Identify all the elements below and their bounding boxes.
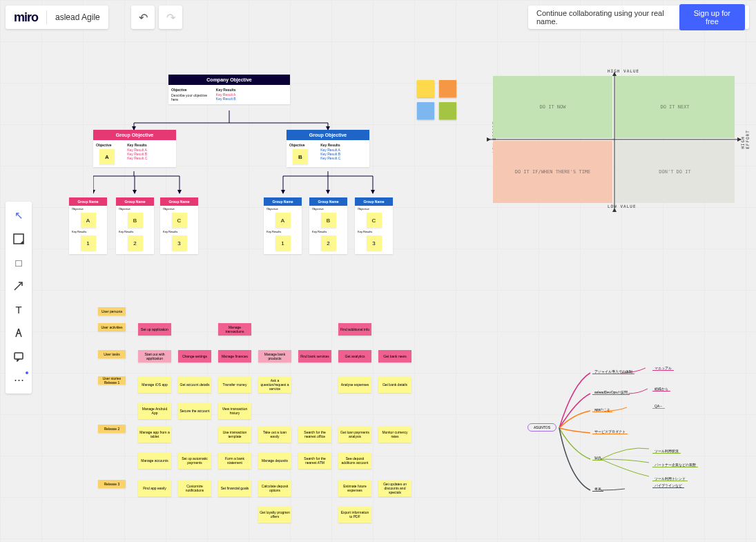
mindmap-root[interactable]: ASUNTOS <box>527 423 556 432</box>
story-task[interactable]: Start out with application <box>138 350 171 362</box>
story-row-label[interactable]: User persona <box>98 307 126 316</box>
child-num[interactable]: 3 <box>367 235 382 251</box>
group-name-card[interactable]: Group Name Objective A Key Results 1 <box>264 197 302 254</box>
story-activity[interactable]: Manage transactions <box>218 323 251 336</box>
group-name-card[interactable]: Group Name Objective A Key Results 1 <box>69 197 107 254</box>
story-card[interactable]: Use transaction template <box>218 426 251 443</box>
select-tool[interactable]: ↖ <box>9 206 28 225</box>
board-title[interactable]: aslead Agile <box>55 12 100 22</box>
mindmap-branch[interactable]: アジャイル導入での体制 <box>592 369 634 374</box>
priority-matrix[interactable]: HIGH VALUE LOW VALUE LOW EFFORT HIGH EFF… <box>490 72 735 204</box>
story-row-label[interactable]: User stories Release 1 <box>98 376 126 385</box>
story-card[interactable]: Find app easily <box>138 480 171 496</box>
story-row-label[interactable]: User activities <box>98 323 126 331</box>
story-task[interactable]: Find bank services <box>298 350 331 362</box>
sticker-yellow[interactable] <box>417 80 434 97</box>
story-card[interactable]: Calculate deposit options <box>258 480 291 496</box>
mindmap-branch[interactable]: 将来 <box>592 487 603 492</box>
story-card[interactable]: Get account details <box>178 376 211 393</box>
sticker-blue[interactable] <box>417 102 434 119</box>
group-name-card[interactable]: Group Name Objective B Key Results 2 <box>116 197 154 254</box>
story-card[interactable]: Manage deposits <box>258 452 291 469</box>
story-card[interactable]: Search for the nearest ATM <box>298 452 331 469</box>
mindmap-leaf[interactable]: ツール利用トレンド <box>652 476 688 481</box>
child-num[interactable]: 3 <box>172 235 187 251</box>
child-badge[interactable]: B <box>321 213 336 228</box>
story-card[interactable]: Get bank details <box>378 376 411 393</box>
more-tool[interactable]: ⋯ <box>9 370 28 389</box>
story-card[interactable]: View transaction history <box>218 403 251 419</box>
child-badge[interactable]: C <box>172 213 187 228</box>
story-card[interactable]: Form a bank statement <box>218 452 251 469</box>
story-card[interactable]: Ask a question/request a service <box>258 376 291 393</box>
group-name-card[interactable]: Group Name Objective C Key Results 3 <box>160 197 198 254</box>
story-card[interactable]: Manage accounts <box>138 452 171 469</box>
story-card[interactable]: Analyse expenses <box>338 376 371 393</box>
child-num[interactable]: 1 <box>81 235 96 251</box>
sticker-green[interactable] <box>439 102 456 119</box>
story-card[interactable]: Secure the account <box>178 403 211 419</box>
redo-button[interactable]: ↷ <box>159 6 182 29</box>
story-card[interactable]: Get loyalty program offers <box>258 506 291 523</box>
child-badge[interactable]: C <box>367 213 382 228</box>
story-card[interactable]: Set financial goals <box>218 480 251 496</box>
story-task[interactable]: Get analytics <box>338 350 371 362</box>
mindmap-leaf[interactable]: パートナー企業などの業態 <box>652 463 698 467</box>
child-badge[interactable]: B <box>128 213 143 228</box>
story-task[interactable]: Get bank news <box>378 350 411 362</box>
arrow-tool[interactable] <box>9 276 28 296</box>
story-card[interactable]: Monitor currency rates <box>378 426 411 443</box>
story-row-label[interactable]: User tasks <box>98 350 126 358</box>
badge-b[interactable]: B <box>293 149 308 164</box>
mindmap-branch[interactable]: asleadDevOpsの質問 <box>592 390 630 395</box>
pen-tool[interactable] <box>9 323 28 342</box>
story-card[interactable]: Customize notifications <box>178 480 211 496</box>
story-card[interactable]: Export information to PDF <box>338 506 371 523</box>
story-card[interactable]: Transfer money <box>218 376 251 393</box>
story-task[interactable]: Change settings <box>178 350 211 362</box>
mindmap-branch[interactable]: appのこと <box>592 407 612 412</box>
group-objective-b[interactable]: Group Objective Objective B Key Results … <box>287 130 369 167</box>
story-card[interactable]: Manage Android App <box>138 403 171 419</box>
story-activity[interactable]: Find additional info <box>338 323 371 336</box>
story-card[interactable]: Set up automatic payments <box>178 452 211 469</box>
story-card[interactable]: Manage iOS app <box>138 376 171 393</box>
story-row-label[interactable]: Release 3 <box>98 480 126 488</box>
story-card[interactable]: Get updates on discounts and specials <box>378 480 411 496</box>
signup-button[interactable]: Sign up for free <box>679 4 745 30</box>
text-tool[interactable]: T <box>9 300 28 319</box>
shape-tool[interactable]: □ <box>9 253 28 272</box>
badge-a[interactable]: A <box>99 149 115 164</box>
child-num[interactable]: 2 <box>321 235 336 251</box>
mindmap-leaf[interactable]: ツール利用状況 <box>652 449 681 454</box>
story-task[interactable]: Manage bank products <box>258 350 291 362</box>
child-badge[interactable]: A <box>275 213 291 228</box>
story-activity[interactable]: Set up application <box>138 323 171 336</box>
story-card[interactable]: Estimate future expenses <box>338 480 371 496</box>
mindmap-leaf[interactable]: QA～ <box>652 404 665 409</box>
mindmap-branch[interactable]: サービスプロダクト <box>592 429 628 434</box>
child-badge[interactable]: A <box>81 213 96 228</box>
mindmap-branch[interactable]: 製品 <box>592 456 603 461</box>
story-row-label[interactable]: Release 2 <box>98 425 126 433</box>
mindmap-leaf[interactable]: 組織から <box>652 387 670 391</box>
story-card[interactable]: Manage app from a tablet <box>138 426 171 443</box>
sticker-orange[interactable] <box>439 80 456 97</box>
comment-tool[interactable] <box>9 347 28 366</box>
story-card[interactable]: Search for the nearest office <box>298 426 331 443</box>
story-card[interactable]: See deposit additions account <box>338 452 371 469</box>
mindmap-leaf[interactable]: マニュアル <box>652 366 674 371</box>
company-objective-card[interactable]: Company Objective Objective Describe you… <box>168 75 290 104</box>
story-card[interactable]: Take out a loan easily <box>258 426 291 443</box>
undo-button[interactable]: ↶ <box>131 6 155 29</box>
mindmap[interactable]: ASUNTOS アジャイル導入での体制マニュアルasleadDevOpsの質問組… <box>525 362 753 507</box>
group-objective-a[interactable]: Group Objective Objective A Key Results … <box>93 130 176 167</box>
story-card[interactable]: Get loan payments analysis <box>338 426 371 443</box>
child-num[interactable]: 1 <box>275 235 291 251</box>
mindmap-leaf[interactable]: パイプラインなど <box>652 483 684 488</box>
child-num[interactable]: 2 <box>128 235 143 251</box>
story-task[interactable]: Manage finances <box>218 350 251 362</box>
group-name-card[interactable]: Group Name Objective B Key Results 2 <box>309 197 347 254</box>
sticky-note-tool[interactable] <box>9 229 28 249</box>
group-name-card[interactable]: Group Name Objective C Key Results 3 <box>355 197 393 254</box>
